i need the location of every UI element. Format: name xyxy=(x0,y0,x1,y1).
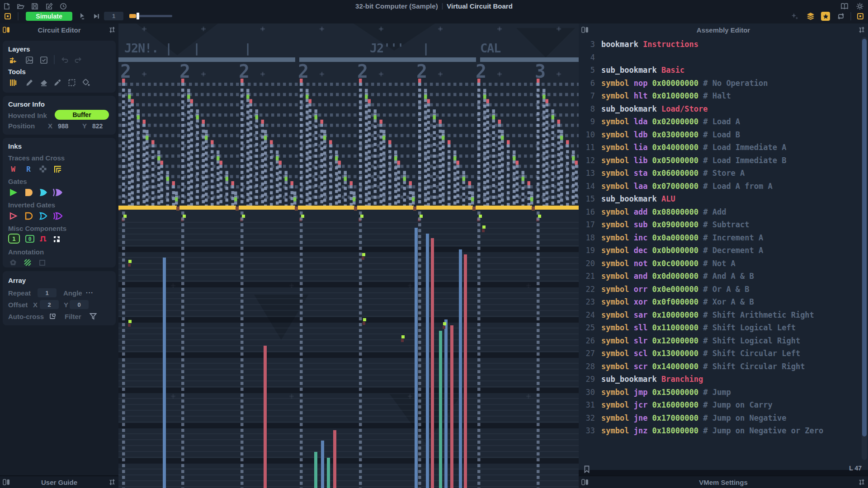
slider-handle[interactable] xyxy=(137,13,139,19)
asm-line[interactable]: 4 xyxy=(579,51,862,64)
off-ink[interactable]: 0 xyxy=(25,235,34,243)
xnor-gate-icon[interactable] xyxy=(52,211,63,221)
buffer-gate-icon[interactable] xyxy=(8,188,19,197)
layer-swap-icon[interactable] xyxy=(8,55,18,65)
asm-line[interactable]: 31symbol jcr 0x16000000 # Jump on Carry xyxy=(579,399,862,412)
circuit-canvas[interactable] xyxy=(118,23,579,488)
angle-more-button[interactable]: ··· xyxy=(86,289,94,296)
ticks-per-step-input[interactable]: 1 xyxy=(104,12,123,20)
asm-line[interactable]: 9symbol lda 0x02000000 # Load A xyxy=(579,115,862,128)
asm-line[interactable]: 5sub_bookmark Basic xyxy=(579,64,862,77)
asm-line[interactable]: 16symbol add 0x08000000 # Add xyxy=(579,206,862,219)
autocross-toggle-icon[interactable] xyxy=(48,312,57,321)
asm-line[interactable]: 23symbol xor 0x0f000000 # Xor A & B xyxy=(579,296,862,309)
annotation-ink-icon[interactable] xyxy=(8,258,18,267)
asm-line[interactable]: 8sub_bookmark Load/Store xyxy=(579,103,862,116)
asm-line[interactable]: 17symbol sub 0x09000000 # Subtract xyxy=(579,218,862,231)
simulate-button[interactable]: Simulate xyxy=(26,12,72,21)
fill-tool-icon[interactable] xyxy=(81,78,91,88)
asm-line[interactable]: 21symbol and 0x0d000000 # And A & B xyxy=(579,270,862,283)
bookmark-icon[interactable] xyxy=(582,465,591,474)
scrollbar-thumb[interactable] xyxy=(862,39,867,436)
asm-line[interactable]: 18symbol inc 0x0a000000 # Increment A xyxy=(579,231,862,244)
edit-icon[interactable] xyxy=(45,2,53,10)
repeat-input[interactable]: 1 xyxy=(38,288,57,297)
settings-gear-icon[interactable] xyxy=(855,2,864,11)
eraser-tool-icon[interactable] xyxy=(39,78,49,88)
read-ink[interactable]: R xyxy=(24,164,33,174)
panel-split-icon[interactable] xyxy=(0,27,13,33)
asm-line[interactable]: 10symbol ldb 0x03000000 # Load B xyxy=(579,128,862,141)
layers-stack-icon[interactable] xyxy=(806,12,816,21)
asm-line[interactable]: 27symbol scl 0x13000000 # Shift Circular… xyxy=(579,347,862,360)
not-gate-icon[interactable] xyxy=(8,211,19,221)
panel-split-icon[interactable] xyxy=(0,479,13,485)
bus-ink-icon[interactable] xyxy=(52,164,62,174)
asm-line[interactable]: 22symbol orr 0x0e000000 # Or A & B xyxy=(579,283,862,296)
asm-line[interactable]: 24symbol sar 0x10000000 # Shift Arithmet… xyxy=(579,309,862,322)
select-tool-icon[interactable] xyxy=(67,78,77,88)
user-guide-book-icon[interactable] xyxy=(840,2,849,11)
step-tick-icon[interactable] xyxy=(92,12,101,21)
loop-icon[interactable] xyxy=(836,12,845,21)
panel-expand-icon[interactable] xyxy=(106,27,118,33)
asm-line[interactable]: 32symbol jne 0x17000000 # Jump on Negati… xyxy=(579,412,862,425)
history-icon[interactable] xyxy=(59,2,67,10)
pencil-tool-icon[interactable] xyxy=(24,78,34,88)
asm-line[interactable]: 15sub_bookmark ALU xyxy=(579,192,862,206)
filter-funnel-icon[interactable] xyxy=(89,312,98,321)
asm-line[interactable]: 33symbol jnz 0x18000000 # Jump on Negati… xyxy=(579,424,862,437)
panel-expand-icon[interactable] xyxy=(106,479,118,485)
box-ink-icon[interactable] xyxy=(37,258,47,267)
offset-y-input[interactable]: 0 xyxy=(70,300,89,309)
asm-line[interactable]: 26symbol slr 0x12000000 # Shift Logical … xyxy=(579,334,862,347)
sim-speed-slider[interactable] xyxy=(129,14,172,18)
active-layer-icon[interactable] xyxy=(856,12,864,20)
xor-gate-icon[interactable] xyxy=(52,188,63,197)
filler-ink-icon[interactable] xyxy=(23,258,33,267)
or-gate-icon[interactable] xyxy=(38,188,49,197)
asm-line[interactable]: 28symbol scr 0x14000000 # Shift Circular… xyxy=(579,360,862,373)
asm-line[interactable]: 6symbol nop 0x00000000 # No Operation xyxy=(579,77,862,90)
undo-icon[interactable] xyxy=(60,55,70,65)
offset-x-input[interactable]: 2 xyxy=(40,300,59,309)
layer-check-icon[interactable] xyxy=(39,55,49,65)
brush-tool-icon[interactable] xyxy=(8,78,18,88)
asm-line[interactable]: 20symbol not 0x0c000000 # Not A xyxy=(579,257,862,270)
asm-line[interactable]: 19symbol dec 0x0b000000 # Decrement A xyxy=(579,244,862,257)
redo-icon[interactable] xyxy=(73,55,83,65)
asm-line[interactable]: 25symbol sll 0x11000000 # Shift Logical … xyxy=(579,321,862,334)
and-gate-icon[interactable] xyxy=(24,188,34,197)
panel-split-icon[interactable] xyxy=(579,27,591,33)
nor-gate-icon[interactable] xyxy=(38,211,49,221)
layer-image-icon[interactable] xyxy=(24,55,34,65)
asm-line[interactable]: 3bookmark Instructions xyxy=(579,38,862,51)
new-file-icon[interactable] xyxy=(3,2,11,10)
asm-line[interactable]: 7symbol hlt 0x01000000 # Halt xyxy=(579,89,862,103)
line-text: symbol lda 0x02000000 # Load A xyxy=(601,117,740,126)
asm-line[interactable]: 11symbol lia 0x04000000 # Load Immediate… xyxy=(579,141,862,154)
write-ink[interactable]: W xyxy=(8,164,18,174)
favorites-star-icon[interactable] xyxy=(821,12,830,21)
on-ink[interactable]: 1 xyxy=(8,234,20,244)
cross-ink-icon[interactable] xyxy=(38,164,48,174)
random-ink-icon[interactable] xyxy=(52,234,61,244)
clock-ink-icon[interactable] xyxy=(38,234,48,244)
panel-expand-icon[interactable] xyxy=(855,479,868,485)
effects-sparkle-icon[interactable] xyxy=(790,12,799,20)
panel-split-icon[interactable] xyxy=(579,479,591,485)
open-file-icon[interactable] xyxy=(16,2,24,10)
asm-line[interactable]: 30symbol jmp 0x15000000 # Jump xyxy=(579,386,862,399)
assembly-code-area[interactable]: 3bookmark Instructions45sub_bookmark Bas… xyxy=(579,38,862,440)
asm-line[interactable]: 12symbol lib 0x05000000 # Load Immediate… xyxy=(579,154,862,167)
panel-expand-icon[interactable] xyxy=(855,27,868,33)
eyedropper-tool-icon[interactable] xyxy=(52,78,62,88)
pause-cursor-icon[interactable] xyxy=(78,12,87,21)
save-icon[interactable] xyxy=(31,2,39,10)
nand-gate-icon[interactable] xyxy=(24,211,34,221)
assembly-scrollbar[interactable] xyxy=(862,37,867,460)
asm-line[interactable]: 14symbol laa 0x07000000 # Load A from A xyxy=(579,180,862,193)
grid-layer-icon[interactable] xyxy=(4,12,12,20)
asm-line[interactable]: 13symbol sta 0x06000000 # Store A xyxy=(579,167,862,180)
asm-line[interactable]: 29sub_bookmark Branching xyxy=(579,373,862,386)
